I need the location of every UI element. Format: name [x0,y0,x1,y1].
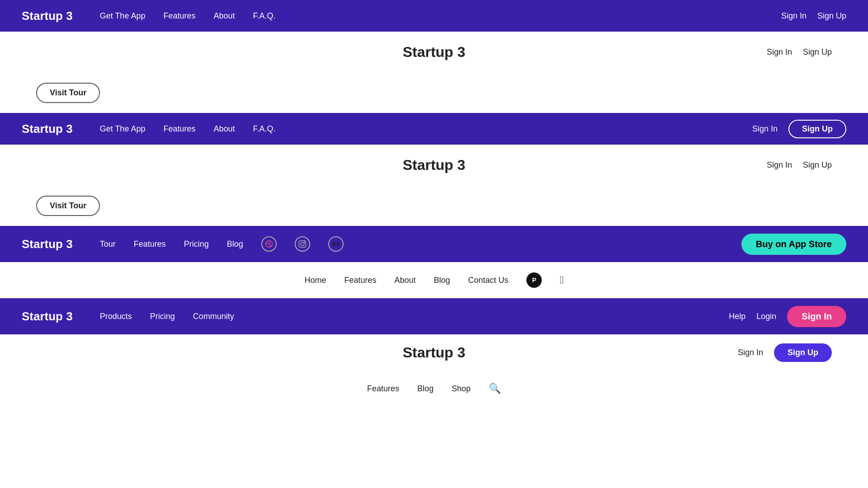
nav-features-3[interactable]: Features [134,239,166,249]
brand-3: Startup 3 [22,237,73,251]
content-strip-2: Visit Tour [0,72,868,113]
svg-point-2 [301,242,304,246]
visit-tour-button-2[interactable]: Visit Tour [36,196,100,216]
content-strip-4: Visit Tour [0,185,868,226]
nav-get-the-app-1[interactable]: Get The App [100,11,146,21]
login-link-4[interactable]: Login [756,312,776,321]
sign-in-text-1[interactable]: Sign In [767,47,792,57]
content-strip-3: Startup 3 Sign In Sign Up [0,145,868,185]
nav-faq-2[interactable]: F.A.Q. [253,124,276,134]
dribbble-icon[interactable] [261,236,277,252]
nav-links-4: Products Pricing Community [100,312,729,321]
nav-contact-us-5[interactable]: Contact Us [468,276,509,285]
content-right-1: Sign In Sign Up [767,47,832,57]
apple-icon[interactable]:  [560,274,564,286]
nav-blog-5[interactable]: Blog [434,276,450,285]
center-title-3: Startup 3 [403,157,466,174]
content-strip-7: Features Blog Shop 🔍 [0,371,868,407]
sign-up-text-1[interactable]: Sign Up [803,47,832,57]
sign-up-text-3[interactable]: Sign Up [803,160,832,170]
nav-products-4[interactable]: Products [100,312,132,321]
nav-shop-7[interactable]: Shop [452,384,471,394]
nav-faq-1[interactable]: F.A.Q. [253,11,276,21]
nav-blog-3[interactable]: Blog [227,239,243,249]
nav-links-2: Get The App Features About F.A.Q. [100,124,752,134]
nav-features-1[interactable]: Features [163,11,195,21]
navbar-3: Startup 3 Tour Features Pricing Blog Bē … [0,226,868,262]
content-left-4: Visit Tour [36,196,100,216]
brand-2: Startup 3 [22,122,73,136]
sign-up-button-6[interactable]: Sign Up [774,343,832,362]
sign-in-text-6[interactable]: Sign In [738,348,763,357]
brand-4: Startup 3 [22,310,73,324]
sign-in-button-4[interactable]: Sign In [787,306,846,327]
nav-about-5[interactable]: About [394,276,415,285]
nav-actions-4: Help Login Sign In [729,306,846,327]
nav-home-5[interactable]: Home [304,276,326,285]
sign-up-button-2[interactable]: Sign Up [788,120,846,138]
nav-blog-7[interactable]: Blog [417,384,434,394]
producthunt-icon[interactable]: P [527,272,542,288]
nav-get-the-app-2[interactable]: Get The App [100,124,146,134]
nav-about-2[interactable]: About [213,124,235,134]
nav-features-7[interactable]: Features [367,384,399,394]
nav-tour-3[interactable]: Tour [100,239,116,249]
nav-actions-1: Sign In Sign Up [781,11,846,21]
buy-app-store-button[interactable]: Buy on App Store [741,234,846,255]
sign-in-text-3[interactable]: Sign In [767,160,792,170]
help-link-4[interactable]: Help [729,312,745,321]
content-left-2: Visit Tour [36,83,100,103]
nav-links-3: Tour Features Pricing Blog Bē [100,236,741,252]
svg-point-3 [304,242,305,243]
nav-features-2[interactable]: Features [163,124,195,134]
navbar-4: Startup 3 Products Pricing Community Hel… [0,298,868,334]
sign-in-link-2[interactable]: Sign In [752,124,778,134]
nav-links-1: Get The App Features About F.A.Q. [100,11,781,21]
instagram-icon[interactable] [295,236,310,252]
brand-1: Startup 3 [22,9,73,23]
navbar-1: Startup 3 Get The App Features About F.A… [0,0,868,32]
sign-in-link-1[interactable]: Sign In [781,11,807,21]
content-strip-6: Startup 3 Sign In Sign Up [0,334,868,371]
nav-about-1[interactable]: About [213,11,235,21]
content-strip-5: Home Features About Blog Contact Us P  [0,262,868,298]
search-icon[interactable]: 🔍 [489,383,501,394]
nav-actions-3: Buy on App Store [741,234,846,255]
content-right-6: Sign In Sign Up [738,343,832,362]
center-title-1: Startup 3 [403,44,466,61]
nav-community-4[interactable]: Community [193,312,234,321]
nav-actions-2: Sign In Sign Up [752,120,846,138]
content-right-3: Sign In Sign Up [767,160,832,170]
nav-pricing-4[interactable]: Pricing [150,312,175,321]
content-strip-1: Startup 3 Sign In Sign Up [0,32,868,72]
nav-pricing-3[interactable]: Pricing [184,239,209,249]
nav-features-5[interactable]: Features [344,276,376,285]
navbar-2: Startup 3 Get The App Features About F.A… [0,113,868,145]
sign-up-link-1[interactable]: Sign Up [817,11,846,21]
behance-icon[interactable]: Bē [328,236,344,252]
visit-tour-button-1[interactable]: Visit Tour [36,83,100,103]
center-title-6: Startup 3 [403,344,466,361]
